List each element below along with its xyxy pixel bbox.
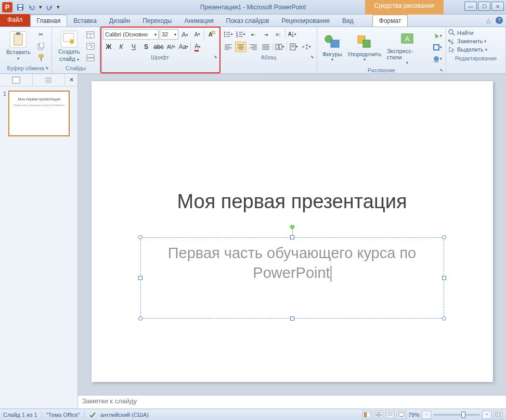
close-button[interactable]: ✕ <box>491 2 504 11</box>
resize-handle-w[interactable] <box>138 276 142 280</box>
slides-tab-icon[interactable] <box>0 74 33 86</box>
resize-handle-n[interactable] <box>290 235 294 239</box>
italic-button[interactable]: К <box>115 42 127 52</box>
change-case-button[interactable]: Aa▾ <box>178 42 189 52</box>
file-tab[interactable]: Файл <box>0 14 30 27</box>
launcher-icon[interactable]: ⬊ <box>309 55 315 61</box>
ribbon: Вставить ▾ ✂ Буфер обмена⬊ ✳ Создать сла… <box>0 27 506 74</box>
columns-button[interactable]: ▾ <box>274 42 286 52</box>
decrease-indent-button[interactable]: ⇤ <box>248 29 259 40</box>
sorter-view-button[interactable] <box>374 411 383 419</box>
increase-indent-button[interactable]: ⇥ <box>260 29 271 40</box>
help-icon[interactable]: ? <box>496 17 503 24</box>
slide-thumbnail[interactable]: 1 Моя первая презентация Первая часть об… <box>0 86 77 141</box>
zoom-thumb[interactable] <box>461 412 465 418</box>
shrink-font-button[interactable]: A▾ <box>191 29 203 40</box>
numbering-button[interactable]: 123▾ <box>235 29 246 40</box>
strikethrough-button[interactable]: abc <box>153 42 164 52</box>
launcher-icon[interactable]: ⬊ <box>212 55 218 61</box>
align-left-button[interactable] <box>223 42 234 52</box>
align-justify-button[interactable] <box>260 42 271 52</box>
shape-effects-icon[interactable]: ▾ <box>432 54 443 64</box>
bullets-button[interactable]: ▾ <box>223 29 234 40</box>
tab-insert[interactable]: Вставка <box>67 15 103 27</box>
format-painter-icon[interactable] <box>36 53 46 63</box>
tab-review[interactable]: Рецензирование <box>275 15 336 27</box>
subtitle-text[interactable]: Первая часть обучающего курса по PowerPo… <box>147 244 438 312</box>
minimize-button[interactable]: — <box>464 2 477 11</box>
zoom-level[interactable]: 79% <box>408 412 420 418</box>
resize-handle-se[interactable] <box>442 316 446 321</box>
find-button[interactable]: Найти <box>448 29 503 36</box>
tab-view[interactable]: Вид <box>336 15 360 27</box>
slide-title-text[interactable]: Моя первая презентация <box>92 190 493 213</box>
copy-icon[interactable] <box>36 41 46 52</box>
rotation-handle[interactable] <box>290 225 294 229</box>
font-family-combo[interactable]: Calibri (Основно▾ <box>103 29 159 40</box>
bold-button[interactable]: Ж <box>103 42 114 52</box>
status-language[interactable]: английский (США) <box>100 412 149 418</box>
reading-view-button[interactable] <box>385 411 395 419</box>
clear-format-button[interactable]: A <box>205 29 217 40</box>
spellcheck-icon[interactable] <box>89 411 96 418</box>
quick-styles-button[interactable]: A Экспресс-стили▾ <box>384 28 430 66</box>
slide[interactable]: Моя первая презентация Первая часть об <box>92 81 493 382</box>
section-icon[interactable] <box>85 53 96 63</box>
resize-handle-nw[interactable] <box>138 235 142 239</box>
save-icon[interactable] <box>16 3 25 12</box>
resize-handle-e[interactable] <box>442 276 446 280</box>
align-right-button[interactable] <box>248 42 259 52</box>
shape-outline-icon[interactable]: ▾ <box>432 42 443 53</box>
layout-icon[interactable] <box>85 30 96 40</box>
line-spacing-button[interactable]: ≡↕ <box>273 29 284 40</box>
tab-home[interactable]: Главная <box>30 15 68 27</box>
reset-icon[interactable] <box>85 41 96 52</box>
new-slide-button[interactable]: ✳ Создать слайд ▾ <box>55 30 83 63</box>
arrange-button[interactable]: Упорядочить▾ <box>345 31 383 63</box>
paste-button[interactable]: Вставить ▾ <box>3 30 34 62</box>
slideshow-view-button[interactable] <box>397 411 406 419</box>
resize-handle-ne[interactable] <box>442 235 446 239</box>
redo-icon[interactable] <box>45 3 54 12</box>
text-direction-button[interactable]: A▾ <box>287 29 298 40</box>
tab-format[interactable]: Формат <box>372 15 408 27</box>
zoom-slider[interactable] <box>433 414 480 416</box>
grow-font-button[interactable]: A▴ <box>179 29 191 40</box>
subtitle-placeholder[interactable]: Первая часть обучающего курса по PowerPo… <box>140 237 444 319</box>
notes-pane[interactable]: Заметки к слайду <box>78 395 506 409</box>
tab-design[interactable]: Дизайн <box>103 15 136 27</box>
replace-button[interactable]: abЗаменить ▾ <box>448 37 503 45</box>
launcher-icon[interactable]: ⬊ <box>438 68 444 74</box>
shapes-button[interactable]: Фигуры▾ <box>320 31 344 63</box>
underline-button[interactable]: Ч <box>128 42 139 52</box>
char-spacing-button[interactable]: AV▾ <box>165 42 177 52</box>
tab-animation[interactable]: Анимация <box>178 15 219 27</box>
select-button[interactable]: Выделить ▾ <box>448 46 503 53</box>
undo-dropdown-icon[interactable]: ▾ <box>38 3 43 12</box>
resize-handle-sw[interactable] <box>138 316 142 321</box>
align-center-button[interactable] <box>235 42 246 52</box>
shape-fill-icon[interactable]: ▾ <box>432 31 443 41</box>
close-pane-icon[interactable]: ✕ <box>65 74 77 86</box>
undo-icon[interactable] <box>27 3 36 12</box>
ribbon-minimize-icon[interactable]: △ <box>484 16 492 24</box>
maximize-button[interactable]: ☐ <box>478 2 490 11</box>
group-slides: ✳ Создать слайд ▾ Слайды <box>52 27 100 73</box>
smartart-button[interactable]: ▾ <box>301 42 312 52</box>
font-color-button[interactable]: A▾ <box>192 42 203 52</box>
zoom-in-button[interactable]: + <box>482 411 491 419</box>
tab-transitions[interactable]: Переходы <box>136 15 178 27</box>
fit-window-button[interactable] <box>494 411 503 419</box>
normal-view-button[interactable] <box>362 411 372 419</box>
qat-customize-icon[interactable]: ▾ <box>56 3 60 12</box>
zoom-out-button[interactable]: − <box>422 411 431 419</box>
align-text-button[interactable]: ▾ <box>288 42 300 52</box>
cut-icon[interactable]: ✂ <box>36 30 46 40</box>
resize-handle-s[interactable] <box>290 316 294 321</box>
tab-slideshow[interactable]: Показ слайдов <box>220 15 276 27</box>
svg-rect-79 <box>379 415 382 417</box>
font-size-combo[interactable]: 32▾ <box>160 29 178 40</box>
launcher-icon[interactable]: ⬊ <box>44 66 50 72</box>
outline-tab-icon[interactable] <box>33 74 66 86</box>
shadow-button[interactable]: S <box>140 42 152 52</box>
